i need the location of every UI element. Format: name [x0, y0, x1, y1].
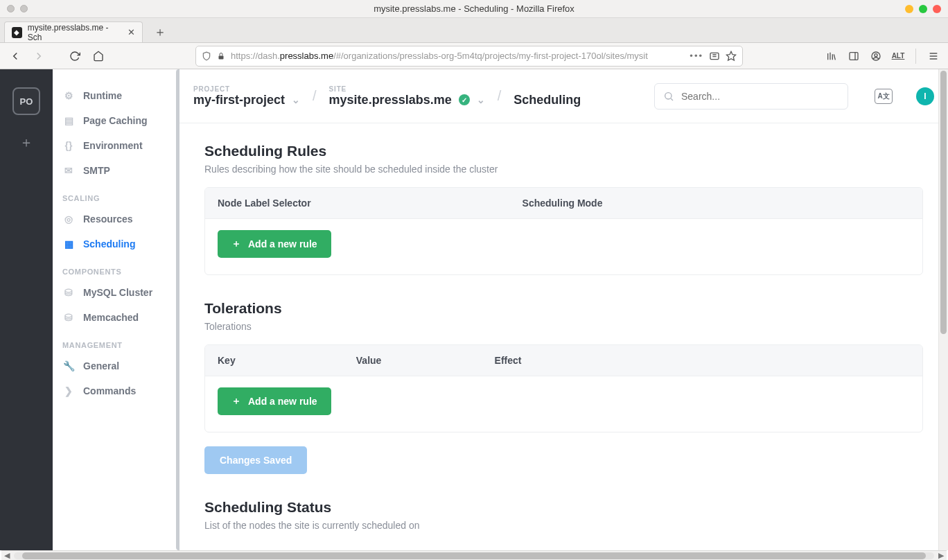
tab-title: mysite.presslabs.me - Sch: [28, 23, 118, 42]
breadcrumb-value: Scheduling: [514, 93, 581, 107]
sidebar-group-components: COMPONENTS: [53, 256, 179, 280]
svg-point-6: [665, 92, 672, 98]
language-switcher[interactable]: A文: [875, 89, 893, 104]
chevron-down-icon[interactable]: ⌄: [477, 94, 485, 105]
vertical-scrollbar[interactable]: [938, 69, 948, 550]
sidebar-toggle-icon[interactable]: [845, 47, 863, 65]
search-field[interactable]: [681, 91, 839, 102]
sidebar-item-commands[interactable]: ❯Commands: [53, 378, 179, 403]
button-label: Add a new rule: [248, 396, 317, 407]
breadcrumb-page: Scheduling: [514, 85, 581, 107]
sidebar-item-page-caching[interactable]: ▤Page Caching: [53, 108, 179, 133]
search-icon: [663, 91, 674, 102]
lock-icon: [217, 52, 225, 60]
sidebar-item-resources[interactable]: ◎Resources: [53, 207, 179, 231]
scrollbar-thumb[interactable]: [22, 552, 926, 559]
svg-marker-2: [726, 51, 735, 60]
gear-icon: ⚙: [62, 90, 75, 101]
account-icon[interactable]: [867, 47, 885, 65]
org-badge[interactable]: PO: [12, 87, 40, 115]
breadcrumb-separator: /: [498, 88, 502, 104]
breadcrumb-separator: /: [313, 88, 317, 104]
tab-close-icon[interactable]: ✕: [128, 27, 135, 37]
calendar-icon: ▦: [62, 238, 75, 250]
section-title-scheduling-status: Scheduling Status: [204, 499, 923, 516]
new-tab-button[interactable]: ＋: [150, 21, 170, 42]
search-input[interactable]: [654, 83, 848, 110]
add-toleration-button[interactable]: ＋Add a new rule: [218, 387, 331, 415]
sidebar-item-label: SMTP: [83, 165, 110, 176]
breadcrumb-project[interactable]: PROJECT my-first-project⌄: [193, 85, 300, 107]
section-subtitle: Rules describing how the site should be …: [204, 164, 923, 175]
sidebar-item-label: Environment: [83, 140, 143, 151]
browser-tab[interactable]: ◆ mysite.presslabs.me - Sch ✕: [4, 21, 143, 42]
window-title: mysite.presslabs.me - Scheduling - Mozil…: [0, 3, 948, 14]
topbar: PROJECT my-first-project⌄ / SITE mysite.…: [179, 69, 948, 123]
sidebar-item-label: MySQL Cluster: [83, 287, 152, 298]
tolerations-panel: Key Value Effect ＋Add a new rule: [204, 344, 923, 432]
svg-point-5: [875, 53, 877, 56]
sidebar-item-label: General: [83, 360, 119, 371]
sidebar-item-environment[interactable]: {}Environment: [53, 133, 179, 158]
database-icon: ⛁: [62, 312, 75, 323]
breadcrumb-label: [514, 85, 581, 93]
section-title-scheduling-rules: Scheduling Rules: [204, 143, 923, 159]
add-org-button[interactable]: ＋: [19, 133, 33, 152]
breadcrumb-site[interactable]: SITE mysite.presslabs.me✓⌄: [329, 85, 485, 107]
table-header: Key Value Effect: [205, 345, 922, 376]
add-rule-button[interactable]: ＋Add a new rule: [218, 230, 331, 258]
sidebar: ⚙Runtime ▤Page Caching {}Environment ✉SM…: [53, 69, 179, 550]
text-encoding-icon[interactable]: ALT: [889, 47, 907, 65]
chevron-down-icon[interactable]: ⌄: [292, 94, 300, 105]
app-shell: PO ＋ ⚙Runtime ▤Page Caching {}Environmen…: [0, 69, 948, 550]
scheduling-rules-panel: Node Label Selector Scheduling Mode ＋Add…: [204, 187, 923, 275]
hamburger-menu-icon[interactable]: [924, 47, 942, 65]
scroll-left-icon[interactable]: ◀: [1, 551, 12, 560]
scrollbar-track[interactable]: [14, 552, 934, 559]
tab-favicon-icon: ◆: [12, 27, 22, 38]
scroll-right-icon[interactable]: ▶: [936, 551, 947, 560]
sidebar-item-memcached[interactable]: ⛁Memcached: [53, 305, 179, 330]
home-button[interactable]: [89, 46, 108, 66]
breadcrumb-label: PROJECT: [193, 85, 300, 93]
terminal-icon: ❯: [62, 385, 75, 396]
database-icon: ⛁: [62, 287, 75, 298]
sidebar-item-general[interactable]: 🔧General: [53, 353, 179, 378]
horizontal-scrollbar[interactable]: ◀ ▶: [1, 550, 947, 560]
address-bar[interactable]: https://dash.presslabs.me/#/organization…: [195, 46, 743, 67]
sidebar-item-label: Commands: [83, 385, 136, 396]
changes-saved-button[interactable]: Changes Saved: [204, 446, 307, 474]
svg-rect-3: [850, 52, 858, 60]
svg-rect-0: [219, 55, 224, 59]
sidebar-item-runtime[interactable]: ⚙Runtime: [53, 83, 179, 108]
bookmark-star-icon[interactable]: [726, 51, 737, 62]
content-area: Scheduling Rules Rules describing how th…: [179, 123, 948, 550]
sidebar-item-mysql[interactable]: ⛁MySQL Cluster: [53, 280, 179, 305]
sidebar-item-label: Scheduling: [83, 238, 135, 250]
sidebar-item-label: Runtime: [83, 90, 122, 101]
wrench-icon: 🔧: [62, 360, 75, 371]
user-avatar[interactable]: I: [916, 87, 934, 105]
sidebar-item-scheduling[interactable]: ▦Scheduling: [53, 231, 179, 256]
browser-toolbar: https://dash.presslabs.me/#/organization…: [0, 43, 948, 69]
sidebar-item-label: Memcached: [83, 312, 139, 323]
main-area: PROJECT my-first-project⌄ / SITE mysite.…: [179, 69, 948, 550]
scrollbar-thumb[interactable]: [940, 71, 947, 334]
shield-icon: [202, 51, 211, 61]
table-body: ＋Add a new rule: [205, 219, 922, 274]
sidebar-group-management: MANAGEMENT: [53, 330, 179, 353]
breadcrumb-value: mysite.presslabs.me: [329, 93, 452, 107]
os-titlebar: mysite.presslabs.me - Scheduling - Mozil…: [0, 0, 948, 18]
forward-button[interactable]: [29, 46, 49, 66]
reload-button[interactable]: [65, 46, 85, 66]
button-label: Add a new rule: [248, 238, 317, 250]
library-icon[interactable]: [823, 47, 841, 65]
sidebar-group-scaling: SCALING: [53, 183, 179, 207]
column-header-node-label: Node Label Selector: [218, 198, 523, 209]
table-header: Node Label Selector Scheduling Mode: [205, 188, 922, 219]
section-subtitle: Tolerations: [204, 321, 923, 332]
back-button[interactable]: [6, 46, 25, 66]
page-actions-icon[interactable]: •••: [690, 51, 703, 61]
reader-mode-icon[interactable]: [709, 51, 720, 62]
sidebar-item-smtp[interactable]: ✉SMTP: [53, 158, 179, 183]
